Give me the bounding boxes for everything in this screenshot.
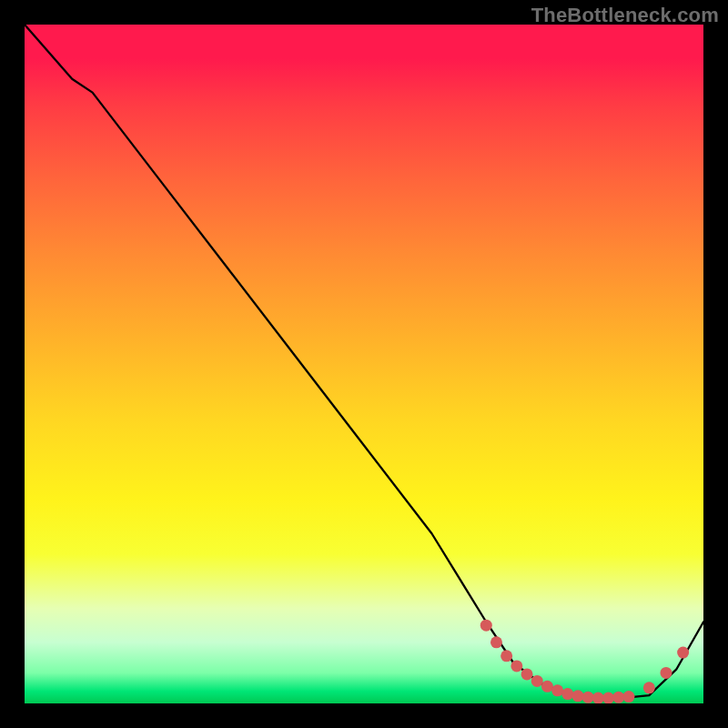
marker-dot [622, 691, 634, 703]
marker-dot [490, 636, 502, 648]
marker-dot [500, 650, 512, 662]
marker-dot [612, 692, 624, 703]
marker-dot [602, 693, 614, 703]
marker-dot [582, 692, 594, 703]
marker-dot [561, 688, 573, 700]
marker-dot [571, 690, 583, 702]
line-chart-svg [25, 25, 703, 703]
marker-dot [480, 620, 492, 632]
marker-dot [643, 682, 655, 693]
marker-dot [592, 693, 604, 703]
plot-area [25, 25, 703, 703]
marker-dot [531, 675, 543, 687]
marker-dot [660, 667, 672, 679]
marker-dot [521, 668, 533, 680]
watermark-label: TheBottleneck.com [531, 4, 719, 27]
marker-dot [677, 647, 689, 659]
chart-container: TheBottleneck.com [0, 0, 728, 728]
bottleneck-curve [25, 25, 703, 698]
marker-dot [541, 681, 553, 693]
marker-dot [551, 684, 563, 696]
marker-dot [511, 660, 522, 672]
